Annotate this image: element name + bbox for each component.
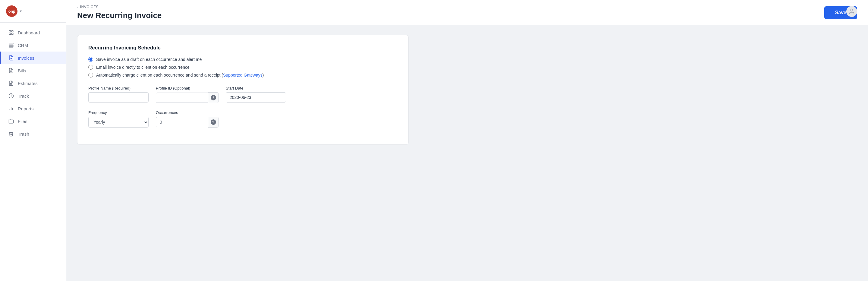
svg-rect-6 [9,46,13,47]
svg-rect-5 [9,45,13,46]
crm-icon [8,42,14,48]
profile-id-help-button[interactable]: ? [208,92,218,103]
radio-draft-input[interactable] [88,57,93,62]
sidebar-item-trash[interactable]: Trash [0,128,66,140]
frequency-label: Frequency [88,111,149,115]
user-avatar[interactable] [846,6,857,17]
trash-icon [8,131,14,137]
start-date-label: Start Date [226,86,286,90]
sidebar-item-track[interactable]: Track [0,90,66,102]
radio-email[interactable]: Email invoice directly to client on each… [88,65,398,70]
form-row-1: Profile Name (Required) Profile ID (Opti… [88,86,398,103]
radio-draft[interactable]: Save invoice as a draft on each occurren… [88,57,398,62]
frequency-group: Frequency Yearly Monthly Weekly Daily [88,111,149,128]
logo-chevron-icon: ▾ [20,9,22,13]
help-circle-icon: ? [211,95,216,100]
sidebar-item-reports[interactable]: Reports [0,102,66,115]
svg-rect-4 [9,43,13,44]
occurrences-input[interactable] [156,117,208,127]
track-icon [8,93,14,99]
reports-icon [8,105,14,112]
sidebar: onp ▾ Dashboard [0,0,66,281]
radio-draft-label: Save invoice as a draft on each occurren… [96,57,202,62]
main-area: ‹ INVOICES New Recurring Invoice Save Re… [66,0,868,281]
form-row-2: Frequency Yearly Monthly Weekly Daily Oc… [88,111,398,128]
radio-email-input[interactable] [88,65,93,70]
radio-auto-input[interactable] [88,73,93,77]
occurrences-help-button[interactable]: ? [208,117,218,128]
sidebar-nav: Dashboard CRM I [0,23,66,144]
profile-id-input-wrapper: ? [156,92,218,103]
page-header: ‹ INVOICES New Recurring Invoice Save [66,0,868,25]
profile-id-group: Profile ID (Optional) ? [156,86,218,103]
content-area: Recurring Invoicing Schedule Save invoic… [66,25,868,281]
breadcrumb-chevron-icon: ‹ [77,5,79,9]
estimates-icon [8,80,14,86]
svg-point-17 [850,9,852,11]
sidebar-item-bills[interactable]: Bills [0,64,66,77]
occurrences-group: Occurrences ? [156,111,218,128]
supported-gateways-link[interactable]: Supported Gateways [223,73,262,77]
start-date-input[interactable] [226,92,286,102]
breadcrumb: ‹ INVOICES [77,5,161,9]
occurrences-label: Occurrences [156,111,218,115]
page-title: New Recurring Invoice [77,11,161,20]
profile-name-input[interactable] [88,92,149,102]
logo-area[interactable]: onp ▾ [0,0,66,23]
files-icon [8,118,14,124]
radio-auto[interactable]: Automatically charge client on each occu… [88,73,398,77]
profile-name-group: Profile Name (Required) [88,86,149,102]
occurrences-input-wrapper: ? [156,117,218,128]
sidebar-item-invoices[interactable]: Invoices [0,52,66,64]
logo-icon: onp [6,5,18,17]
radio-email-label: Email invoice directly to client on each… [96,65,190,70]
section-title: Recurring Invoicing Schedule [88,45,398,51]
form-section: Recurring Invoicing Schedule Save invoic… [77,35,409,145]
profile-id-label: Profile ID (Optional) [156,86,218,90]
sidebar-item-dashboard[interactable]: Dashboard [0,26,66,39]
svg-rect-1 [12,30,13,32]
user-icon [848,8,855,15]
frequency-select[interactable]: Yearly Monthly Weekly Daily [88,117,149,128]
bills-icon [8,67,14,73]
svg-rect-3 [12,33,13,35]
svg-rect-0 [9,30,10,32]
header-left: ‹ INVOICES New Recurring Invoice [77,5,161,20]
breadcrumb-label[interactable]: INVOICES [80,5,98,9]
dashboard-icon [8,30,14,36]
profile-name-label: Profile Name (Required) [88,86,149,90]
occurrences-help-circle-icon: ? [211,119,216,125]
radio-group: Save invoice as a draft on each occurren… [88,57,398,77]
start-date-group: Start Date [226,86,286,102]
sidebar-item-files[interactable]: Files [0,115,66,128]
sidebar-item-crm[interactable]: CRM [0,39,66,52]
svg-rect-2 [9,33,10,35]
radio-auto-label: Automatically charge client on each occu… [96,73,264,77]
sidebar-item-estimates[interactable]: Estimates [0,77,66,90]
profile-id-input[interactable] [156,93,208,103]
invoices-icon [8,55,14,61]
